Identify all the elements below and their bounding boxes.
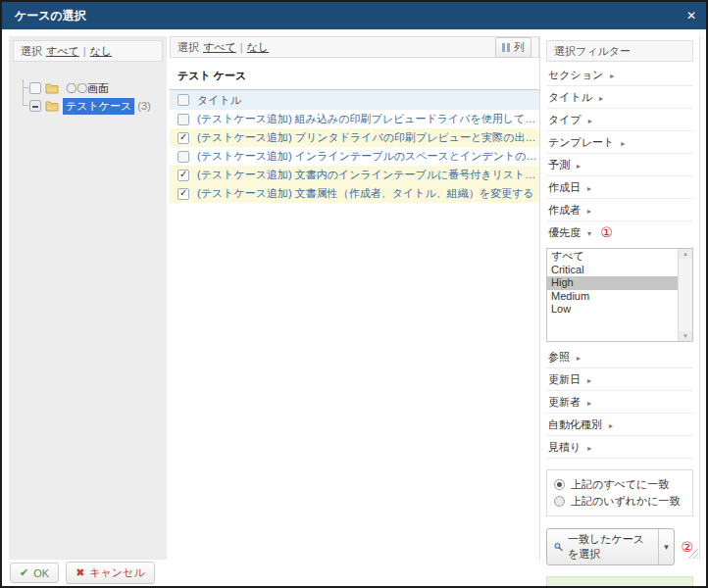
select-matching-button[interactable]: 一致したケースを選択 ▼	[546, 528, 675, 565]
close-icon[interactable]: ✕	[686, 10, 696, 22]
dialog-title: ケースの選択	[15, 8, 86, 24]
filter-item-section[interactable]: セクション ▸	[546, 64, 693, 86]
select-label: 選択	[21, 44, 42, 59]
chevron-right-icon: ▸	[599, 94, 603, 103]
listbox-scrollbar[interactable]: ▲ ▼	[678, 249, 692, 341]
table-row[interactable]: (テストケース追加) インラインテーブルのスペースとインデントの計算を確認する	[170, 147, 539, 166]
filter-label: 見積り	[548, 441, 581, 453]
radio-selected-icon[interactable]	[554, 479, 565, 490]
table-row[interactable]: (テストケース追加) プリンタドライバの印刷プレビューと実際の出力を比較する	[170, 128, 539, 147]
table-row[interactable]: (テストケース追加) 文書内のインラインテーブルに番号付きリストを追加する	[170, 166, 539, 184]
filter-label: 作成日	[548, 181, 581, 193]
chevron-right-icon: ▸	[587, 399, 591, 408]
case-title-link[interactable]: (テストケース追加) 文書内のインラインテーブルに番号付きリストを追加する	[197, 168, 539, 182]
case-title-link[interactable]: (テストケース追加) インラインテーブルのスペースとインデントの計算を確認する	[197, 149, 539, 164]
case-title-link[interactable]: (テストケース追加) 文書属性（作成者、タイトル、組織）を変更する	[197, 186, 533, 201]
filter-item-template[interactable]: テンプレート ▸	[546, 131, 693, 154]
filter-label: タイプ	[548, 114, 582, 125]
priority-options: すべて Critical High Medium Low	[547, 249, 678, 317]
select-all-link[interactable]: すべて	[203, 40, 236, 55]
columns-button-label: 列	[514, 40, 525, 55]
select-separator: |	[83, 45, 86, 57]
table-row[interactable]: (テストケース追加) 組み込みの印刷プレビュードライバを使用して数式のレンダリン…	[170, 110, 539, 128]
scroll-down-icon[interactable]: ▼	[679, 331, 692, 341]
priority-listbox[interactable]: すべて Critical High Medium Low ▲ ▼	[546, 248, 693, 342]
tree-node-screen[interactable]: 〇〇画面	[19, 79, 163, 97]
case-table-header: タイトル	[170, 90, 539, 110]
filter-item-automation-type[interactable]: 自動化種別 ▸	[546, 414, 693, 436]
tree-node-testcases[interactable]: テストケース (3)	[19, 97, 163, 115]
radio-unselected-icon[interactable]	[554, 496, 565, 507]
filter-item-estimate[interactable]: 見積り ▸	[546, 436, 693, 459]
tree-elbow	[19, 79, 29, 97]
table-row[interactable]: (テストケース追加) 文書属性（作成者、タイトル、組織）を変更する	[170, 184, 539, 203]
select-all-link[interactable]: すべて	[46, 44, 79, 59]
chevron-right-icon: ▸	[587, 376, 591, 385]
priority-option[interactable]: Medium	[547, 290, 678, 304]
filter-item-title[interactable]: タイトル ▸	[546, 86, 693, 109]
case-title-link[interactable]: (テストケース追加) 組み込みの印刷プレビュードライバを使用して数式のレンダリン…	[197, 112, 539, 126]
tree-select-header: 選択 すべて | なし	[13, 40, 163, 62]
cancel-button-label: キャンセル	[89, 565, 144, 580]
case-checkbox[interactable]	[177, 132, 189, 144]
tree-checkbox-unchecked[interactable]	[29, 82, 41, 94]
case-checkbox[interactable]	[177, 151, 189, 163]
chevron-right-icon: ▸	[588, 117, 592, 125]
tree-node-label[interactable]: 〇〇画面	[63, 80, 112, 97]
filter-label: 予測	[548, 159, 570, 171]
priority-option[interactable]: Low	[547, 303, 678, 317]
chevron-right-icon: ▸	[577, 162, 581, 171]
case-checkbox[interactable]	[177, 188, 189, 200]
filter-item-updated-on[interactable]: 更新日 ▸	[546, 368, 693, 391]
filter-item-priority[interactable]: 優先度 ▾ ①	[546, 221, 693, 244]
filter-label: 作成者	[548, 204, 581, 216]
match-result-message: 3 個のテスト ケースが一致しました。	[546, 576, 693, 588]
scroll-up-icon[interactable]: ▲	[679, 249, 692, 259]
filter-item-updated-by[interactable]: 更新者 ▸	[546, 391, 693, 414]
columns-button[interactable]: 列	[495, 37, 531, 58]
select-matching-main[interactable]: 一致したケースを選択	[547, 529, 658, 564]
dialog-title-bar: ケースの選択 ✕	[2, 2, 706, 29]
filter-label: 更新者	[548, 396, 581, 408]
case-select-header: 選択 すべて | なし 列	[170, 36, 539, 58]
match-all-label: 上記のすべてに一致	[571, 477, 669, 492]
select-matching-row: 一致したケースを選択 ▼ ②	[546, 528, 693, 565]
resize-grip[interactable]	[686, 547, 698, 559]
dropdown-arrow-icon[interactable]: ▼	[658, 529, 675, 564]
tree-checkbox-indeterminate[interactable]	[29, 100, 41, 112]
filter-label: テンプレート	[548, 136, 614, 148]
filter-item-type[interactable]: タイプ ▸	[546, 109, 693, 131]
select-none-link[interactable]: なし	[90, 44, 113, 59]
check-icon: ✔	[20, 566, 28, 579]
tree-node-label-selected[interactable]: テストケース	[63, 98, 134, 115]
ok-button-label: OK	[33, 567, 49, 579]
select-none-link[interactable]: なし	[247, 40, 270, 55]
header-checkbox[interactable]	[177, 94, 189, 106]
priority-option[interactable]: すべて	[547, 250, 678, 264]
case-group-title: テスト ケース	[170, 58, 539, 90]
select-label: 選択	[177, 40, 199, 55]
filter-label: セクション	[548, 69, 603, 80]
cancel-button[interactable]: ✖ キャンセル	[66, 562, 155, 584]
selection-filter-panel: 選択フィルター セクション ▸ タイトル ▸ タイプ ▸ テンプレート ▸ 予測…	[539, 36, 700, 560]
case-selection-dialog: ケースの選択 ✕ 選択 すべて | なし	[0, 0, 708, 588]
case-checkbox[interactable]	[177, 170, 189, 181]
chevron-right-icon: ▸	[610, 72, 614, 80]
case-checkbox[interactable]	[177, 114, 189, 125]
match-mode-group: 上記のすべてに一致 上記のいずれかに一致	[546, 469, 693, 516]
columns-icon	[502, 43, 510, 52]
match-any-label: 上記のいずれかに一致	[571, 494, 681, 509]
ok-button[interactable]: ✔ OK	[10, 563, 59, 583]
match-any-option[interactable]: 上記のいずれかに一致	[554, 493, 685, 510]
filter-item-references[interactable]: 参照 ▸	[546, 346, 693, 368]
filter-item-created-on[interactable]: 作成日 ▸	[546, 176, 693, 199]
match-all-option[interactable]: 上記のすべてに一致	[554, 476, 685, 493]
folder-icon	[45, 82, 59, 94]
filter-item-forecast[interactable]: 予測 ▸	[546, 154, 693, 176]
case-title-link[interactable]: (テストケース追加) プリンタドライバの印刷プレビューと実際の出力を比較する	[197, 130, 539, 145]
filter-item-created-by[interactable]: 作成者 ▸	[546, 199, 693, 221]
priority-option-selected[interactable]: High	[547, 276, 678, 290]
priority-option[interactable]: Critical	[547, 264, 678, 277]
test-case-panel: 選択 すべて | なし 列 テスト ケース タイトル (テストケース追加) 組み…	[170, 36, 539, 560]
section-tree: 〇〇画面 テストケース (3)	[9, 66, 167, 115]
